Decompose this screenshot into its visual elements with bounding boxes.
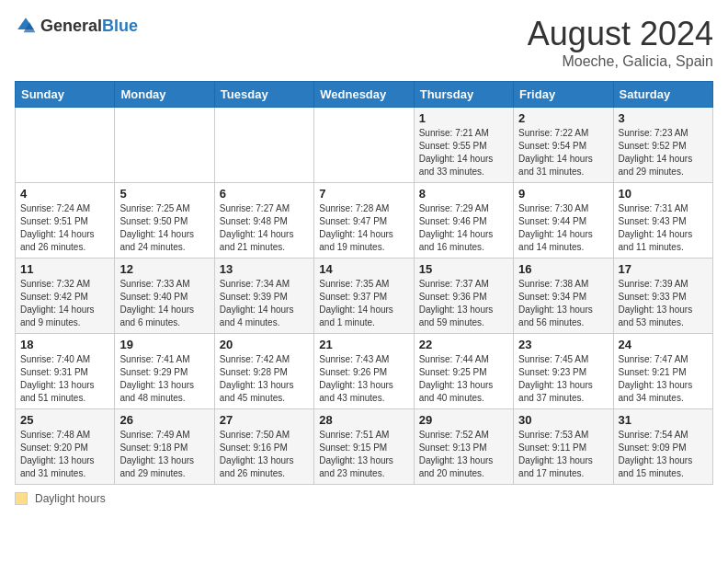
calendar-cell: 30Sunrise: 7:53 AM Sunset: 9:11 PM Dayli… — [514, 409, 613, 485]
day-info: Sunrise: 7:21 AM Sunset: 9:55 PM Dayligh… — [419, 127, 508, 178]
calendar-cell: 19Sunrise: 7:41 AM Sunset: 9:29 PM Dayli… — [115, 334, 214, 409]
day-info: Sunrise: 7:35 AM Sunset: 9:37 PM Dayligh… — [319, 278, 408, 329]
calendar-cell: 28Sunrise: 7:51 AM Sunset: 9:15 PM Dayli… — [314, 409, 414, 485]
day-info: Sunrise: 7:51 AM Sunset: 9:15 PM Dayligh… — [319, 429, 408, 480]
day-info: Sunrise: 7:27 AM Sunset: 9:48 PM Dayligh… — [220, 202, 309, 254]
day-number: 7 — [319, 187, 408, 201]
day-number: 17 — [619, 262, 708, 276]
logo-general: General — [40, 17, 102, 35]
calendar-cell: 14Sunrise: 7:35 AM Sunset: 9:37 PM Dayli… — [314, 259, 414, 334]
legend-color-box — [15, 492, 28, 505]
day-number: 10 — [619, 187, 708, 201]
day-info: Sunrise: 7:39 AM Sunset: 9:33 PM Dayligh… — [619, 278, 708, 329]
day-number: 21 — [319, 338, 408, 351]
day-info: Sunrise: 7:23 AM Sunset: 9:52 PM Dayligh… — [619, 127, 708, 178]
day-info: Sunrise: 7:47 AM Sunset: 9:21 PM Dayligh… — [619, 353, 708, 405]
weekday-header-thursday: Thursday — [414, 82, 513, 108]
day-info: Sunrise: 7:33 AM Sunset: 9:40 PM Dayligh… — [119, 278, 209, 329]
legend-label: Daylight hours — [35, 492, 106, 505]
calendar-cell: 25Sunrise: 7:48 AM Sunset: 9:20 PM Dayli… — [16, 409, 115, 485]
day-info: Sunrise: 7:41 AM Sunset: 9:29 PM Dayligh… — [119, 353, 209, 405]
day-info: Sunrise: 7:31 AM Sunset: 9:43 PM Dayligh… — [619, 202, 708, 254]
day-number: 14 — [319, 262, 408, 276]
day-info: Sunrise: 7:48 AM Sunset: 9:20 PM Dayligh… — [20, 429, 109, 480]
day-info: Sunrise: 7:49 AM Sunset: 9:18 PM Dayligh… — [119, 429, 209, 480]
calendar-cell: 23Sunrise: 7:45 AM Sunset: 9:23 PM Dayli… — [514, 334, 613, 409]
day-number: 13 — [220, 262, 309, 276]
calendar-cell — [214, 108, 313, 183]
calendar-cell: 11Sunrise: 7:32 AM Sunset: 9:42 PM Dayli… — [16, 259, 115, 334]
calendar-week-row: 11Sunrise: 7:32 AM Sunset: 9:42 PM Dayli… — [16, 259, 713, 334]
calendar-cell: 21Sunrise: 7:43 AM Sunset: 9:26 PM Dayli… — [314, 334, 414, 409]
calendar-cell: 16Sunrise: 7:38 AM Sunset: 9:34 PM Dayli… — [514, 259, 613, 334]
calendar-cell: 15Sunrise: 7:37 AM Sunset: 9:36 PM Dayli… — [414, 259, 513, 334]
day-info: Sunrise: 7:45 AM Sunset: 9:23 PM Dayligh… — [518, 353, 608, 405]
calendar-cell: 22Sunrise: 7:44 AM Sunset: 9:25 PM Dayli… — [414, 334, 513, 409]
day-number: 20 — [220, 338, 309, 351]
calendar-cell: 2Sunrise: 7:22 AM Sunset: 9:54 PM Daylig… — [514, 108, 613, 183]
day-info: Sunrise: 7:29 AM Sunset: 9:46 PM Dayligh… — [419, 202, 508, 254]
day-info: Sunrise: 7:53 AM Sunset: 9:11 PM Dayligh… — [518, 429, 608, 480]
calendar-cell: 12Sunrise: 7:33 AM Sunset: 9:40 PM Dayli… — [115, 259, 214, 334]
day-number: 8 — [419, 187, 508, 201]
calendar-cell — [314, 108, 414, 183]
page-header: GeneralBlue August 2024 Moeche, Galicia,… — [15, 15, 713, 70]
day-number: 29 — [419, 413, 508, 427]
day-number: 22 — [419, 338, 508, 351]
calendar-week-row: 18Sunrise: 7:40 AM Sunset: 9:31 PM Dayli… — [16, 334, 713, 409]
day-info: Sunrise: 7:42 AM Sunset: 9:28 PM Dayligh… — [220, 353, 309, 405]
day-info: Sunrise: 7:54 AM Sunset: 9:09 PM Dayligh… — [619, 429, 708, 480]
day-number: 23 — [518, 338, 608, 351]
day-number: 24 — [619, 338, 708, 351]
day-number: 16 — [518, 262, 608, 276]
day-number: 3 — [619, 111, 708, 125]
calendar-cell: 5Sunrise: 7:25 AM Sunset: 9:50 PM Daylig… — [115, 183, 214, 259]
calendar-cell: 18Sunrise: 7:40 AM Sunset: 9:31 PM Dayli… — [16, 334, 115, 409]
weekday-header-wednesday: Wednesday — [314, 82, 414, 108]
logo-blue: Blue — [102, 17, 138, 35]
calendar-cell: 17Sunrise: 7:39 AM Sunset: 9:33 PM Dayli… — [613, 259, 712, 334]
weekday-header-tuesday: Tuesday — [214, 82, 313, 108]
day-number: 6 — [220, 187, 309, 201]
day-number: 19 — [119, 338, 209, 351]
logo-icon — [15, 15, 37, 37]
day-number: 31 — [619, 413, 708, 427]
day-number: 2 — [518, 111, 608, 125]
day-info: Sunrise: 7:38 AM Sunset: 9:34 PM Dayligh… — [518, 278, 608, 329]
day-number: 30 — [518, 413, 608, 427]
day-number: 28 — [319, 413, 408, 427]
weekday-header-monday: Monday — [115, 82, 214, 108]
month-year-title: August 2024 — [528, 15, 713, 53]
calendar-week-row: 25Sunrise: 7:48 AM Sunset: 9:20 PM Dayli… — [16, 409, 713, 485]
calendar-cell: 3Sunrise: 7:23 AM Sunset: 9:52 PM Daylig… — [613, 108, 712, 183]
title-block: August 2024 Moeche, Galicia, Spain — [528, 15, 713, 70]
calendar-cell: 7Sunrise: 7:28 AM Sunset: 9:47 PM Daylig… — [314, 183, 414, 259]
day-info: Sunrise: 7:43 AM Sunset: 9:26 PM Dayligh… — [319, 353, 408, 405]
calendar-week-row: 1Sunrise: 7:21 AM Sunset: 9:55 PM Daylig… — [16, 108, 713, 183]
day-info: Sunrise: 7:24 AM Sunset: 9:51 PM Dayligh… — [20, 202, 109, 254]
weekday-header-sunday: Sunday — [16, 82, 115, 108]
day-number: 25 — [20, 413, 109, 427]
calendar-table: SundayMondayTuesdayWednesdayThursdayFrid… — [15, 81, 713, 485]
calendar-cell: 29Sunrise: 7:52 AM Sunset: 9:13 PM Dayli… — [414, 409, 513, 485]
location-subtitle: Moeche, Galicia, Spain — [528, 53, 713, 70]
day-number: 4 — [20, 187, 109, 201]
day-number: 26 — [119, 413, 209, 427]
calendar-cell: 24Sunrise: 7:47 AM Sunset: 9:21 PM Dayli… — [613, 334, 712, 409]
calendar-cell: 9Sunrise: 7:30 AM Sunset: 9:44 PM Daylig… — [514, 183, 613, 259]
weekday-header-row: SundayMondayTuesdayWednesdayThursdayFrid… — [16, 82, 713, 108]
calendar-cell: 6Sunrise: 7:27 AM Sunset: 9:48 PM Daylig… — [214, 183, 313, 259]
calendar-cell — [16, 108, 115, 183]
calendar-cell: 13Sunrise: 7:34 AM Sunset: 9:39 PM Dayli… — [214, 259, 313, 334]
weekday-header-friday: Friday — [514, 82, 613, 108]
calendar-cell: 20Sunrise: 7:42 AM Sunset: 9:28 PM Dayli… — [214, 334, 313, 409]
day-number: 12 — [119, 262, 209, 276]
day-number: 9 — [518, 187, 608, 201]
day-info: Sunrise: 7:52 AM Sunset: 9:13 PM Dayligh… — [419, 429, 508, 480]
day-info: Sunrise: 7:22 AM Sunset: 9:54 PM Dayligh… — [518, 127, 608, 178]
calendar-cell — [115, 108, 214, 183]
calendar-cell: 1Sunrise: 7:21 AM Sunset: 9:55 PM Daylig… — [414, 108, 513, 183]
day-info: Sunrise: 7:44 AM Sunset: 9:25 PM Dayligh… — [419, 353, 508, 405]
day-number: 5 — [119, 187, 209, 201]
day-number: 27 — [220, 413, 309, 427]
